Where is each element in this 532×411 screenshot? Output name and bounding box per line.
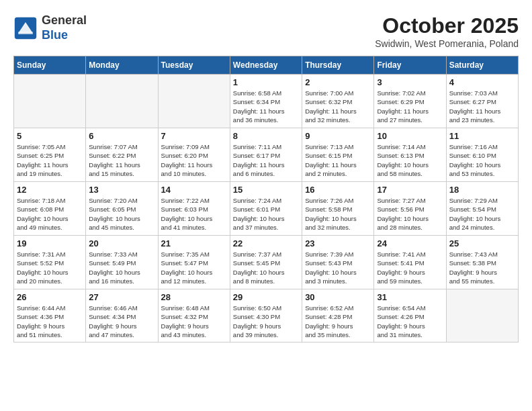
day-number: 22 [233,238,299,248]
day-info: Sunrise: 7:16 AM Sunset: 6:10 PM Dayligh… [449,142,515,178]
day-number: 30 [305,292,371,302]
day-info: Sunrise: 7:03 AM Sunset: 6:27 PM Dayligh… [449,89,515,124]
day-number: 14 [161,185,227,195]
calendar-cell: 21Sunrise: 7:35 AM Sunset: 5:47 PM Dayli… [158,236,230,289]
calendar-week-5: 26Sunrise: 6:44 AM Sunset: 4:36 PM Dayli… [14,289,519,342]
day-header-sunday: Sunday [14,56,86,75]
calendar-cell: 9Sunrise: 7:13 AM Sunset: 6:15 PM Daylig… [302,128,374,182]
calendar-cell [446,289,518,342]
day-info: Sunrise: 6:44 AM Sunset: 4:36 PM Dayligh… [17,304,83,339]
day-info: Sunrise: 7:00 AM Sunset: 6:32 PM Dayligh… [305,89,371,124]
day-info: Sunrise: 7:05 AM Sunset: 6:25 PM Dayligh… [17,142,83,178]
day-info: Sunrise: 7:41 AM Sunset: 5:41 PM Dayligh… [377,250,443,285]
calendar-cell: 29Sunrise: 6:50 AM Sunset: 4:30 PM Dayli… [230,289,302,342]
day-info: Sunrise: 7:09 AM Sunset: 6:20 PM Dayligh… [161,142,227,178]
day-number: 29 [233,292,299,302]
day-info: Sunrise: 6:46 AM Sunset: 4:34 PM Dayligh… [89,304,154,339]
day-number: 2 [305,77,371,87]
calendar-cell: 28Sunrise: 6:48 AM Sunset: 4:32 PM Dayli… [158,289,230,342]
calendar-cell: 24Sunrise: 7:41 AM Sunset: 5:41 PM Dayli… [374,236,446,289]
calendar-cell [158,75,230,128]
day-header-saturday: Saturday [446,56,518,75]
day-info: Sunrise: 6:54 AM Sunset: 4:26 PM Dayligh… [377,304,443,339]
calendar-cell: 12Sunrise: 7:18 AM Sunset: 6:08 PM Dayli… [14,182,86,236]
day-info: Sunrise: 7:14 AM Sunset: 6:13 PM Dayligh… [377,142,443,178]
day-number: 6 [89,131,154,141]
calendar-cell: 30Sunrise: 6:52 AM Sunset: 4:28 PM Dayli… [302,289,374,342]
day-number: 24 [377,238,443,248]
calendar-cell: 19Sunrise: 7:31 AM Sunset: 5:52 PM Dayli… [14,236,86,289]
day-info: Sunrise: 7:07 AM Sunset: 6:22 PM Dayligh… [89,142,154,178]
day-header-tuesday: Tuesday [158,56,230,75]
logo-icon [13,16,38,40]
day-number: 4 [449,77,515,87]
day-info: Sunrise: 7:31 AM Sunset: 5:52 PM Dayligh… [17,250,83,285]
day-info: Sunrise: 7:37 AM Sunset: 5:45 PM Dayligh… [233,250,299,285]
title-block: October 2025 Swidwin, West Pomerania, Po… [375,13,519,49]
calendar-cell: 11Sunrise: 7:16 AM Sunset: 6:10 PM Dayli… [446,128,518,182]
day-info: Sunrise: 7:43 AM Sunset: 5:38 PM Dayligh… [449,250,515,285]
calendar-cell: 22Sunrise: 7:37 AM Sunset: 5:45 PM Dayli… [230,236,302,289]
day-number: 25 [449,238,515,248]
calendar-week-3: 12Sunrise: 7:18 AM Sunset: 6:08 PM Dayli… [14,182,519,236]
calendar-cell: 5Sunrise: 7:05 AM Sunset: 6:25 PM Daylig… [14,128,86,182]
day-number: 31 [377,292,443,302]
day-number: 21 [161,238,227,248]
day-info: Sunrise: 7:27 AM Sunset: 5:56 PM Dayligh… [377,196,443,232]
calendar-cell: 31Sunrise: 6:54 AM Sunset: 4:26 PM Dayli… [374,289,446,342]
day-number: 5 [17,131,83,141]
day-number: 18 [449,185,515,195]
calendar-cell: 3Sunrise: 7:02 AM Sunset: 6:29 PM Daylig… [374,75,446,128]
day-number: 19 [17,238,83,248]
calendar-cell: 15Sunrise: 7:24 AM Sunset: 6:01 PM Dayli… [230,182,302,236]
day-header-friday: Friday [374,56,446,75]
day-number: 13 [89,185,154,195]
calendar-header-row: SundayMondayTuesdayWednesdayThursdayFrid… [14,56,519,75]
month-title: October 2025 [375,13,519,38]
day-info: Sunrise: 7:13 AM Sunset: 6:15 PM Dayligh… [305,142,371,178]
day-number: 20 [89,238,154,248]
day-info: Sunrise: 7:20 AM Sunset: 6:05 PM Dayligh… [89,196,154,232]
day-info: Sunrise: 7:39 AM Sunset: 5:43 PM Dayligh… [305,250,371,285]
calendar-cell: 26Sunrise: 6:44 AM Sunset: 4:36 PM Dayli… [14,289,86,342]
page-header: General Blue October 2025 Swidwin, West … [13,13,519,49]
calendar-week-2: 5Sunrise: 7:05 AM Sunset: 6:25 PM Daylig… [14,128,519,182]
day-number: 10 [377,131,443,141]
day-number: 9 [305,131,371,141]
calendar-cell: 16Sunrise: 7:26 AM Sunset: 5:58 PM Dayli… [302,182,374,236]
calendar-table: SundayMondayTuesdayWednesdayThursdayFrid… [13,56,519,342]
day-number: 8 [233,131,299,141]
calendar-cell: 25Sunrise: 7:43 AM Sunset: 5:38 PM Dayli… [446,236,518,289]
day-info: Sunrise: 6:52 AM Sunset: 4:28 PM Dayligh… [305,304,371,339]
calendar-cell: 14Sunrise: 7:22 AM Sunset: 6:03 PM Dayli… [158,182,230,236]
day-info: Sunrise: 7:33 AM Sunset: 5:49 PM Dayligh… [89,250,154,285]
logo: General Blue [13,13,87,42]
day-number: 7 [161,131,227,141]
day-number: 11 [449,131,515,141]
day-header-wednesday: Wednesday [230,56,302,75]
day-info: Sunrise: 7:11 AM Sunset: 6:17 PM Dayligh… [233,142,299,178]
day-info: Sunrise: 7:29 AM Sunset: 5:54 PM Dayligh… [449,196,515,232]
calendar-cell: 8Sunrise: 7:11 AM Sunset: 6:17 PM Daylig… [230,128,302,182]
calendar-week-4: 19Sunrise: 7:31 AM Sunset: 5:52 PM Dayli… [14,236,519,289]
day-number: 3 [377,77,443,87]
calendar-cell [14,75,86,128]
calendar-cell: 2Sunrise: 7:00 AM Sunset: 6:32 PM Daylig… [302,75,374,128]
day-header-thursday: Thursday [302,56,374,75]
location-subtitle: Swidwin, West Pomerania, Poland [375,38,519,49]
calendar-cell: 1Sunrise: 6:58 AM Sunset: 6:34 PM Daylig… [230,75,302,128]
calendar-cell [86,75,158,128]
day-number: 23 [305,238,371,248]
svg-rect-2 [18,32,33,34]
day-info: Sunrise: 6:58 AM Sunset: 6:34 PM Dayligh… [233,89,299,124]
calendar-cell: 10Sunrise: 7:14 AM Sunset: 6:13 PM Dayli… [374,128,446,182]
day-info: Sunrise: 7:02 AM Sunset: 6:29 PM Dayligh… [377,89,443,124]
logo-text: General Blue [42,13,87,42]
day-info: Sunrise: 7:22 AM Sunset: 6:03 PM Dayligh… [161,196,227,232]
day-number: 28 [161,292,227,302]
calendar-cell: 20Sunrise: 7:33 AM Sunset: 5:49 PM Dayli… [86,236,158,289]
day-header-monday: Monday [86,56,158,75]
day-number: 27 [89,292,154,302]
day-info: Sunrise: 7:18 AM Sunset: 6:08 PM Dayligh… [17,196,83,232]
calendar-week-1: 1Sunrise: 6:58 AM Sunset: 6:34 PM Daylig… [14,75,519,128]
